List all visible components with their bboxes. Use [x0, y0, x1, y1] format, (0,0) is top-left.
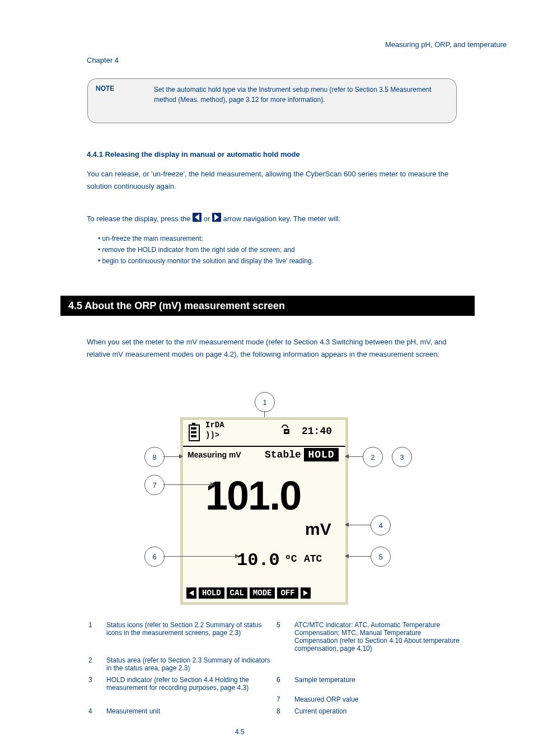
lcd-temp-value: 10.0: [237, 550, 280, 571]
callout-7-arrow-icon: [210, 482, 214, 487]
page-footer: 4.5: [235, 728, 245, 736]
legend-text-3: HOLD indicator (refer to Section 4.4 Hol…: [106, 675, 275, 694]
legend-num-4: 4: [88, 707, 105, 717]
figure-legend: 1Status icons (refer to Section 2.2 Summ…: [87, 619, 462, 718]
header-right: Measuring pH, ORP, and temperature: [385, 40, 507, 49]
legend-text-5: ATC/MTC indicator: ATC, Automatic Temper…: [294, 620, 461, 655]
lcd-unit: mV: [305, 520, 331, 539]
callout-3-arrow-icon: [345, 454, 349, 459]
callout-4: 4: [371, 515, 391, 535]
lcd-main-value: 101.0: [205, 473, 301, 519]
note-box: NOTE Set the automatic hold type via the…: [87, 78, 457, 123]
svg-rect-5: [285, 431, 288, 432]
legend-text-4: Measurement unit: [106, 707, 275, 717]
callout-1: 1: [255, 392, 275, 412]
legend-text-1: Status icons (refer to Section 2.2 Summa…: [106, 620, 275, 655]
legend-num-3: 3: [88, 675, 105, 694]
section-4-5-para: When you set the meter to the mV measure…: [87, 336, 462, 361]
callout-8: 8: [144, 447, 165, 467]
bullet-1: un-freeze the main measurement;: [98, 233, 462, 244]
menu-right-icon: [301, 587, 311, 599]
release-instruction: To release the display, press the or arr…: [87, 213, 462, 226]
callout-7: 7: [144, 475, 165, 495]
nav-left-icon: [193, 213, 202, 226]
section-4-5-heading: 4.5 About the ORP (mV) measurement scree…: [60, 296, 475, 316]
callout-4-line: [348, 525, 371, 525]
section-4-4-1-para: You can release, or 'un-freeze', the hel…: [87, 168, 462, 193]
irda-signal-icon: ))>: [205, 431, 219, 439]
legend-num-1: 1: [88, 620, 105, 655]
legend-num-5: 5: [276, 620, 293, 655]
bullet-3: begin to continuously monitor the soluti…: [98, 255, 462, 267]
menu-mode: MODE: [250, 587, 275, 599]
legend-num-2: 2: [88, 656, 105, 674]
callout-5-arrow-icon: [345, 554, 349, 558]
svg-marker-6: [189, 590, 194, 596]
lock-icon: [279, 423, 292, 438]
callout-3: 3: [392, 447, 412, 467]
callout-6: 6: [144, 547, 165, 567]
irda-label: IrDA: [205, 421, 224, 429]
legend-num-8: 8: [276, 707, 293, 717]
callout-5: 5: [371, 547, 391, 567]
lcd-soft-menu: HOLD CAL MODE OFF: [186, 587, 311, 599]
lcd-status-row: Measuring mV Stable HOLD: [183, 447, 345, 466]
legend-text-6: Sample temperature: [294, 675, 461, 694]
lcd-screen: IrDA ))> 21:40 Measuring mV Stable HOLD …: [180, 417, 348, 605]
section-4-4-1-title: 4.4.1 Releasing the display in manual or…: [87, 150, 300, 158]
callout-5-line: [348, 556, 371, 557]
lcd-measuring-label: Measuring mV: [188, 450, 241, 459]
callout-8-arrow-icon: [179, 454, 183, 459]
callout-4-arrow-icon: [345, 522, 349, 527]
lcd-atc-indicator: ATC: [304, 553, 322, 564]
chapter-label: Chapter 4: [87, 56, 119, 64]
lcd-hold-indicator: HOLD: [304, 448, 339, 461]
menu-hold: HOLD: [199, 587, 224, 599]
lcd-stable-label: Stable: [265, 449, 301, 460]
callout-6-line: [163, 556, 236, 557]
menu-cal: CAL: [227, 587, 247, 599]
callout-6-arrow-icon: [235, 554, 239, 558]
release-bullets: un-freeze the main measurement; remove t…: [98, 233, 462, 267]
battery-icon: [189, 424, 200, 441]
note-label: NOTE: [96, 85, 114, 92]
callout-3-line: [348, 456, 363, 457]
lcd-temp-unit: ºC: [285, 553, 297, 564]
instr-suffix: arrow navigation key. The meter will:: [223, 214, 341, 223]
svg-marker-7: [303, 590, 308, 596]
callout-7-line: [163, 484, 212, 485]
legend-text-8: Current operation: [294, 707, 461, 717]
lcd-time: 21:40: [302, 426, 332, 437]
legend-num-7: 7: [276, 695, 293, 706]
legend-text-7: Measured ORP value: [294, 695, 461, 706]
callout-8-line: [163, 456, 180, 457]
instr-prefix: To release the display, press the: [87, 214, 193, 223]
lcd-status-bar: IrDA ))> 21:40: [183, 420, 345, 447]
menu-left-icon: [186, 587, 196, 599]
instr-mid: or: [204, 214, 212, 223]
bullet-2: remove the HOLD indicator from the right…: [98, 244, 462, 255]
menu-off: OFF: [277, 587, 298, 599]
nav-right-icon: [212, 213, 221, 226]
note-body: Set the automatic hold type via the Inst…: [154, 85, 445, 105]
callout-2: 2: [363, 447, 383, 467]
legend-text-2: Status area (refer to Section 2.3 Summar…: [106, 656, 275, 674]
legend-num-6: 6: [276, 675, 293, 694]
